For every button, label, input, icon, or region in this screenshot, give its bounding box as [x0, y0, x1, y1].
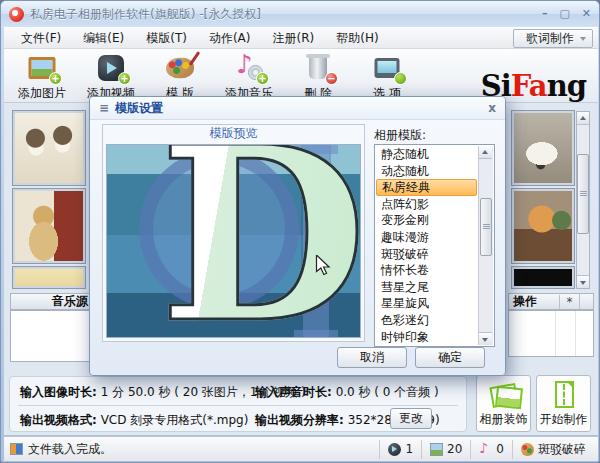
- operations-label: 操作: [513, 293, 537, 310]
- lyrics-make-button[interactable]: 歌词制作: [513, 29, 593, 48]
- change-resolution-button[interactable]: 更改: [390, 408, 432, 429]
- pictures-stack-icon: [489, 381, 519, 409]
- template-list-item-2[interactable]: 私房经典: [376, 179, 477, 196]
- template-list-item-0[interactable]: 静态随机: [376, 146, 477, 163]
- add-image-icon: +: [27, 54, 57, 82]
- ok-button[interactable]: 确定: [415, 347, 485, 368]
- trash-icon: −: [303, 54, 333, 82]
- template-list-item-1[interactable]: 动态随机: [376, 163, 477, 180]
- album-template-label: 相册模版:: [374, 127, 426, 144]
- template-list-item-5[interactable]: 趣味漫游: [376, 229, 477, 246]
- badge-icon: −: [325, 72, 338, 85]
- minimize-button[interactable]: –: [542, 7, 548, 21]
- current-template-cell[interactable]: 斑驳破碎: [512, 440, 594, 459]
- music-source-header: 音乐源: [10, 293, 92, 310]
- menu-item-4[interactable]: 注册(R): [264, 28, 324, 49]
- dialog-system-icon[interactable]: ≡: [99, 101, 109, 115]
- badge-icon: +: [118, 72, 131, 85]
- toolbar-button-4[interactable]: −删 除: [290, 54, 346, 102]
- cropped-photo[interactable]: [13, 267, 85, 288]
- menu-item-2[interactable]: 模版(T): [137, 28, 196, 49]
- operations-col3: [579, 294, 593, 309]
- scroll-down-icon[interactable]: [577, 275, 589, 288]
- labrador-photo[interactable]: [13, 189, 85, 263]
- zip-document-icon: [549, 381, 579, 409]
- template-list-item-7[interactable]: 情怀长卷: [376, 262, 477, 279]
- toolbar: +添加图片+添加视频模 版+添加音乐−删 除选 项SiFang: [4, 49, 598, 103]
- video-count-cell: 1: [379, 440, 421, 459]
- start-production-button[interactable]: 开始制作: [536, 375, 591, 432]
- template-listbox[interactable]: 静态随机动态随机私房经典点阵幻影变形金刚趣味漫游斑驳破碎情怀长卷彗星之尾星星旋风…: [374, 144, 495, 347]
- add-music-icon: +: [234, 54, 264, 82]
- dialog-title-bar[interactable]: ≡ 模版设置 x: [90, 97, 505, 120]
- preview-letter-d: D: [159, 144, 361, 338]
- mouse-cursor-icon: [315, 255, 333, 276]
- title-bar: 私房电子相册制作软件(旗舰版) -[永久授权] – ▢ ✕: [1, 1, 600, 27]
- right-thumbnail-list: [512, 111, 574, 288]
- window-title: 私房电子相册制作软件(旗舰版) -[永久授权]: [30, 6, 261, 23]
- template-list-item-3[interactable]: 点阵幻影: [376, 196, 477, 213]
- scrollbar-thumb[interactable]: [480, 198, 492, 256]
- music-source-list[interactable]: [10, 310, 92, 362]
- template-preview-header: 模版预览: [103, 125, 364, 142]
- options-icon: [372, 54, 402, 82]
- toolbar-button-label: 添加图片: [18, 85, 66, 102]
- template-list-item-10[interactable]: 色彩迷幻: [376, 312, 477, 329]
- menu-item-1[interactable]: 编辑(E): [74, 28, 133, 49]
- operations-table[interactable]: [508, 310, 594, 357]
- toolbar-button-1[interactable]: +添加视频: [83, 54, 139, 102]
- toolbar-button-5[interactable]: 选 项: [359, 54, 415, 102]
- scroll-down-icon[interactable]: [479, 332, 492, 345]
- template-list-scrollbar[interactable]: [478, 146, 493, 345]
- template-list-item-11[interactable]: 时钟印象: [376, 329, 477, 346]
- image-count: 20: [447, 442, 462, 456]
- dialog-close-icon[interactable]: x: [488, 101, 496, 115]
- template-list-item-8[interactable]: 彗星之尾: [376, 279, 477, 296]
- start-production-label: 开始制作: [540, 411, 588, 428]
- menu-bar: 文件(F)编辑(E)模版(T)动作(A)注册(R)帮助(H) 歌词制作: [4, 27, 598, 49]
- close-button[interactable]: ✕: [582, 7, 591, 21]
- status-chart-icon: [10, 443, 23, 455]
- palette-icon: [521, 443, 534, 456]
- info-divider: [18, 405, 458, 406]
- toolbar-button-3[interactable]: +添加音乐: [221, 54, 277, 102]
- badge-icon: +: [49, 72, 62, 85]
- status-bar: 文件载入完成。 1 20 0 斑驳破碎: [4, 436, 598, 461]
- menu-item-5[interactable]: 帮助(H): [327, 28, 387, 49]
- template-list-item-6[interactable]: 斑驳破碎: [376, 246, 477, 263]
- toolbar-button-0[interactable]: +添加图片: [14, 54, 70, 102]
- scrollbar-thumb[interactable]: [577, 154, 589, 234]
- album-decorate-label: 相册装饰: [480, 411, 528, 428]
- two-puppies-photo[interactable]: [13, 111, 85, 185]
- dark-photo[interactable]: [512, 267, 574, 288]
- scroll-up-icon[interactable]: [577, 112, 589, 125]
- bottom-panel: 输入图像时长: 1 分 50.0 秒 ( 20 张图片，1 个视频 ) 输入声音…: [4, 374, 598, 435]
- left-thumbnail-list: [13, 111, 85, 288]
- output-info-box: 输入图像时长: 1 分 50.0 秒 ( 20 张图片，1 个视频 ) 输入声音…: [9, 376, 467, 432]
- palette-icon: [165, 54, 195, 82]
- right-scrollbar[interactable]: [576, 111, 590, 289]
- white-dog-photo[interactable]: [512, 111, 574, 185]
- maximize-button[interactable]: ▢: [559, 7, 569, 21]
- add-video-icon: +: [96, 54, 126, 82]
- album-decorate-button[interactable]: 相册装饰: [476, 375, 531, 432]
- audio-duration-row: 输入声音时长: 0.0 秒 ( 0 个音频 ): [255, 384, 439, 401]
- badge-icon: +: [256, 72, 269, 85]
- chow-puppy-photo[interactable]: [512, 189, 574, 263]
- menu-item-3[interactable]: 动作(A): [200, 28, 260, 49]
- audio-count-cell: 0: [470, 440, 512, 459]
- operations-header: 操作 *: [508, 293, 594, 310]
- app-icon: [9, 7, 24, 22]
- scroll-up-icon[interactable]: [479, 146, 492, 159]
- video-icon: [388, 443, 401, 456]
- cancel-button[interactable]: 取消: [337, 347, 407, 368]
- template-list-item-9[interactable]: 星星旋风: [376, 295, 477, 312]
- template-list-item-4[interactable]: 变形金刚: [376, 212, 477, 229]
- toolbar-button-2[interactable]: 模 版: [152, 54, 208, 102]
- template-preview-image: D: [106, 144, 361, 338]
- dialog-title: 模版设置: [115, 100, 163, 117]
- menu-item-0[interactable]: 文件(F): [12, 28, 70, 49]
- video-count: 1: [405, 442, 413, 456]
- image-icon: [430, 443, 443, 456]
- music-note-icon: [479, 443, 492, 456]
